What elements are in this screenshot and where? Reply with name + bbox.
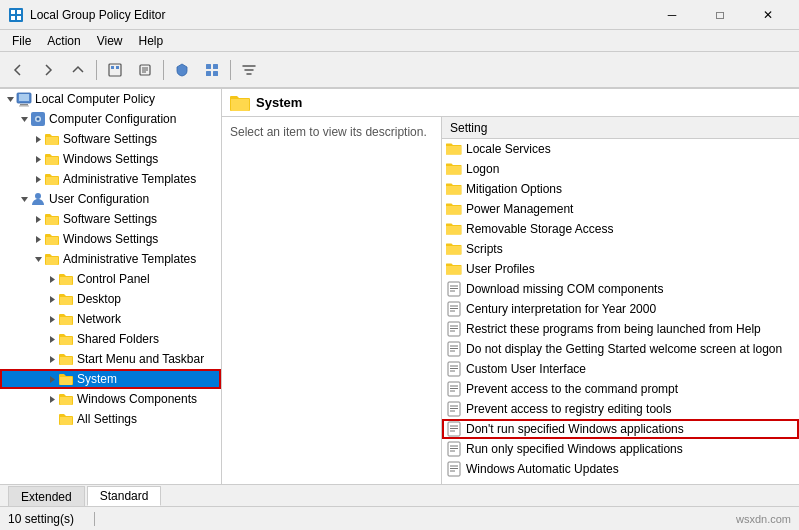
- list-item-text-user-profiles: User Profiles: [466, 262, 535, 276]
- tree-node-desktop[interactable]: Desktop: [0, 289, 221, 309]
- tree-node-shared-folders[interactable]: Shared Folders: [0, 329, 221, 349]
- list-header: Setting: [442, 117, 799, 139]
- list-item-removable-storage[interactable]: Removable Storage Access: [442, 219, 799, 239]
- svg-rect-12: [206, 64, 211, 69]
- list-item-icon-download-com: [446, 281, 462, 297]
- list-item-logon[interactable]: Logon: [442, 159, 799, 179]
- title-bar-left: Local Group Policy Editor: [8, 7, 165, 23]
- folder-icon-all-settings: [58, 411, 74, 427]
- tree-node-windows-settings-2[interactable]: Windows Settings: [0, 229, 221, 249]
- tree-node-computer-config[interactable]: Computer Configuration: [0, 109, 221, 129]
- svg-marker-31: [36, 236, 41, 243]
- list-items-container: Locale ServicesLogonMitigation OptionsPo…: [442, 139, 799, 479]
- tree-node-label-network: Network: [77, 312, 121, 326]
- menu-file[interactable]: File: [4, 32, 39, 50]
- tree-node-label-system: System: [77, 372, 117, 386]
- tree-node-label-computer-config: Computer Configuration: [49, 112, 176, 126]
- svg-marker-35: [50, 316, 55, 323]
- up-button[interactable]: [64, 56, 92, 84]
- list-item-icon-do-not-display: [446, 341, 462, 357]
- list-item-power-management[interactable]: Power Management: [442, 199, 799, 219]
- list-item-restrict-programs[interactable]: Restrict these programs from being launc…: [442, 319, 799, 339]
- svg-rect-13: [213, 64, 218, 69]
- list-item-century-interp[interactable]: Century interpretation for Year 2000: [442, 299, 799, 319]
- maximize-button[interactable]: □: [697, 0, 743, 30]
- tree-node-windows-components[interactable]: Windows Components: [0, 389, 221, 409]
- list-item-dont-run[interactable]: Don't run specified Windows applications: [442, 419, 799, 439]
- show-hide-button[interactable]: [101, 56, 129, 84]
- menu-view[interactable]: View: [89, 32, 131, 50]
- list-item-win-auto-update[interactable]: Windows Automatic Updates: [442, 459, 799, 479]
- title-bar-controls: ─ □ ✕: [649, 0, 791, 30]
- list-item-scripts[interactable]: Scripts: [442, 239, 799, 259]
- title-bar: Local Group Policy Editor ─ □ ✕: [0, 0, 799, 30]
- tree-node-software-settings-1[interactable]: Software Settings: [0, 129, 221, 149]
- folder-icon-local-computer-policy: [16, 91, 32, 107]
- tree-node-all-settings[interactable]: All Settings: [0, 409, 221, 429]
- tree-node-local-computer-policy[interactable]: Local Computer Policy: [0, 89, 221, 109]
- svg-marker-26: [36, 156, 41, 163]
- tree-node-network[interactable]: Network: [0, 309, 221, 329]
- minimize-button[interactable]: ─: [649, 0, 695, 30]
- list-item-user-profiles[interactable]: User Profiles: [442, 259, 799, 279]
- tree-node-software-settings-2[interactable]: Software Settings: [0, 209, 221, 229]
- folder-icon-admin-templates-1: [44, 171, 60, 187]
- list-item-text-power-management: Power Management: [466, 202, 573, 216]
- list-item-prevent-cmd[interactable]: Prevent access to the command prompt: [442, 379, 799, 399]
- expand-icon-admin-templates-1: [32, 173, 44, 185]
- tree-node-control-panel[interactable]: Control Panel: [0, 269, 221, 289]
- view-button[interactable]: [198, 56, 226, 84]
- tree-pane: Local Computer PolicyComputer Configurat…: [0, 89, 222, 484]
- expand-icon-admin-templates-2: [32, 253, 44, 265]
- list-item-do-not-display[interactable]: Do not display the Getting Started welco…: [442, 339, 799, 359]
- list-item-icon-restrict-programs: [446, 321, 462, 337]
- settings-count: 10 setting(s): [8, 512, 74, 526]
- expand-icon-start-menu: [46, 353, 58, 365]
- svg-rect-44: [448, 302, 460, 316]
- list-item-download-com[interactable]: Download missing COM components: [442, 279, 799, 299]
- svg-rect-19: [19, 106, 29, 107]
- right-pane: System Select an item to view its descri…: [222, 89, 799, 484]
- tree-node-start-menu[interactable]: Start Menu and Taskbar: [0, 349, 221, 369]
- tree-node-label-admin-templates-1: Administrative Templates: [63, 172, 196, 186]
- tree-node-label-software-settings-2: Software Settings: [63, 212, 157, 226]
- back-button[interactable]: [4, 56, 32, 84]
- tree-node-admin-templates-1[interactable]: Administrative Templates: [0, 169, 221, 189]
- svg-marker-27: [36, 176, 41, 183]
- list-item-icon-custom-ui: [446, 361, 462, 377]
- menu-action[interactable]: Action: [39, 32, 88, 50]
- list-item-mitigation-options[interactable]: Mitigation Options: [442, 179, 799, 199]
- filter-button[interactable]: [235, 56, 263, 84]
- folder-icon-desktop: [58, 291, 74, 307]
- folder-icon-control-panel: [58, 271, 74, 287]
- tree-node-windows-settings-1[interactable]: Windows Settings: [0, 149, 221, 169]
- list-item-locale-services[interactable]: Locale Services: [442, 139, 799, 159]
- expand-icon-shared-folders: [46, 333, 58, 345]
- expand-icon-windows-components: [46, 393, 58, 405]
- menu-help[interactable]: Help: [131, 32, 172, 50]
- policy-button[interactable]: [168, 56, 196, 84]
- svg-marker-28: [21, 197, 28, 202]
- folder-icon-software-settings-1: [44, 131, 60, 147]
- status-bar: 10 setting(s) wsxdn.com: [0, 506, 799, 530]
- forward-button[interactable]: [34, 56, 62, 84]
- tree-node-admin-templates-2[interactable]: Administrative Templates: [0, 249, 221, 269]
- tab-extended[interactable]: Extended: [8, 486, 85, 506]
- list-item-run-only[interactable]: Run only specified Windows applications: [442, 439, 799, 459]
- svg-marker-25: [36, 136, 41, 143]
- svg-rect-14: [206, 71, 211, 76]
- tree-node-system[interactable]: System: [0, 369, 221, 389]
- toolbar-sep-2: [163, 60, 164, 80]
- tree-node-label-all-settings: All Settings: [77, 412, 137, 426]
- close-button[interactable]: ✕: [745, 0, 791, 30]
- folder-icon-software-settings-2: [44, 211, 60, 227]
- list-item-icon-prevent-cmd: [446, 381, 462, 397]
- tree-node-user-config[interactable]: User Configuration: [0, 189, 221, 209]
- expand-icon-network: [46, 313, 58, 325]
- list-item-prevent-registry[interactable]: Prevent access to registry editing tools: [442, 399, 799, 419]
- list-item-text-scripts: Scripts: [466, 242, 503, 256]
- list-item-custom-ui[interactable]: Custom User Interface: [442, 359, 799, 379]
- properties-button[interactable]: [131, 56, 159, 84]
- tab-standard[interactable]: Standard: [87, 486, 162, 506]
- svg-rect-3: [11, 16, 15, 20]
